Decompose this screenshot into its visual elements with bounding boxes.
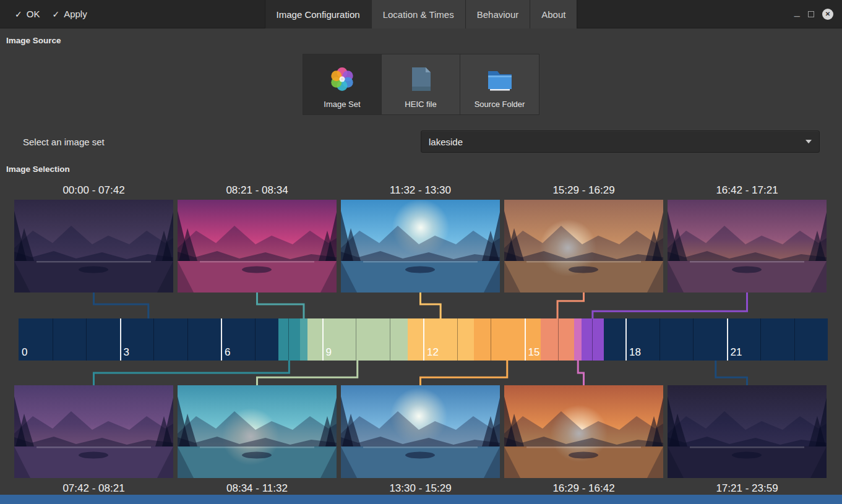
timeline-hour-label: 6 (225, 346, 230, 359)
scene-silhouette (178, 385, 337, 478)
timeline-hour-label: 9 (326, 346, 332, 359)
minimize-button[interactable]: – (794, 13, 800, 19)
apply-button-label: Apply (64, 9, 87, 19)
timeline-hour-label: 12 (427, 346, 439, 359)
timeline-connector (716, 361, 747, 385)
scene-silhouette (178, 200, 337, 293)
scene-silhouette (341, 200, 500, 293)
timeline-hour-label: 21 (731, 346, 742, 359)
wallpaper-thumbnail[interactable] (341, 385, 500, 478)
wallpaper-thumbnail[interactable] (178, 385, 337, 478)
timeline-connector (593, 293, 747, 318)
time-range-label: 17:21 - 23:59 (668, 482, 827, 495)
timeline-hour-line (187, 318, 188, 361)
titlebar: ✓ OK ✓ Apply Image Configuration Locatio… (0, 0, 842, 28)
wallpaper-thumbnail[interactable] (178, 200, 337, 293)
timeline[interactable]: 036912151821 (19, 318, 828, 361)
time-range-label: 00:00 - 07:42 (14, 184, 173, 197)
timeline-connector (94, 361, 290, 385)
timeline-connector (421, 361, 507, 385)
maximize-button[interactable] (808, 11, 814, 17)
top-connector-band (0, 293, 842, 318)
scene-silhouette (668, 200, 827, 293)
timeline-hour-line (53, 318, 53, 361)
timeline-connector (94, 293, 148, 318)
image-selection-title: Image Selection (6, 164, 842, 174)
timeline-hour-line (693, 318, 694, 361)
timeline-connector (557, 293, 583, 318)
source-type-group: Image Set HEIC file Source Folder (303, 54, 539, 115)
wallpaper-thumbnail[interactable] (504, 200, 663, 293)
timeline-hour-line (558, 318, 559, 361)
timeline-hour-line (491, 318, 491, 361)
apply-button[interactable]: ✓ Apply (52, 9, 87, 19)
timeline-hour-line (760, 318, 761, 361)
timeline-major-tick (120, 318, 121, 361)
timeline-hour-line (86, 318, 87, 361)
scene-silhouette (14, 385, 173, 478)
time-range-label: 11:32 - 13:30 (341, 184, 500, 197)
heic-file-icon (406, 64, 436, 94)
wallpaper-thumbnail[interactable] (668, 385, 827, 478)
timeline-connector (257, 293, 304, 318)
timeline-hour-label: 15 (528, 346, 540, 359)
tab-location-times[interactable]: Location & Times (372, 0, 466, 28)
timeline-connector (421, 293, 441, 318)
source-type-label: HEIC file (405, 100, 436, 109)
timeline-connector (578, 361, 583, 385)
timeline-hour-line (390, 318, 390, 361)
timeline-major-tick (423, 318, 424, 361)
scene-silhouette (504, 385, 663, 478)
time-range-label: 08:21 - 08:34 (178, 184, 337, 197)
close-button[interactable]: ✕ (822, 9, 833, 20)
source-type-label: Image Set (324, 100, 360, 109)
wallpaper-thumbnail[interactable] (14, 385, 173, 478)
timeline-hour-line (356, 318, 356, 361)
source-type-source-folder-button[interactable]: Source Folder (460, 54, 539, 114)
image-set-icon (327, 64, 357, 94)
top-time-labels: 00:00 - 07:42 08:21 - 08:34 11:32 - 13:3… (14, 184, 842, 197)
chevron-down-icon (805, 140, 812, 143)
timeline-hour-label: 3 (124, 346, 129, 359)
tab-behaviour[interactable]: Behaviour (466, 0, 531, 28)
ok-button[interactable]: ✓ OK (15, 9, 40, 19)
timeline-hour-line (457, 318, 458, 361)
scene-silhouette (668, 385, 827, 478)
timeline-major-tick (221, 318, 222, 361)
scene-silhouette (14, 200, 173, 293)
timeline-hour-label: 18 (629, 346, 641, 359)
check-icon: ✓ (15, 9, 22, 19)
time-range-label: 07:42 - 08:21 (14, 482, 173, 495)
timeline-major-tick (625, 318, 627, 361)
wallpaper-thumbnail[interactable] (341, 200, 500, 293)
source-type-label: Source Folder (475, 100, 525, 109)
timeline-major-tick (727, 318, 728, 361)
image-selection-area: 00:00 - 07:42 08:21 - 08:34 11:32 - 13:3… (0, 184, 842, 495)
timeline-hour-line (153, 318, 154, 361)
timeline-hour-line (592, 318, 593, 361)
image-source-title: Image Source (6, 36, 842, 46)
time-range-label: 16:29 - 16:42 (504, 482, 663, 495)
wallpaper-thumbnail[interactable] (668, 200, 827, 293)
time-range-label: 15:29 - 16:29 (504, 184, 663, 197)
source-type-image-set-button[interactable]: Image Set (303, 54, 382, 114)
time-range-label: 08:34 - 11:32 (178, 482, 337, 495)
timeline-connectors-bottom (0, 361, 842, 385)
timeline-major-tick (525, 318, 526, 361)
timeline-hour-line (255, 318, 256, 361)
wallpaper-thumbnail[interactable] (504, 385, 663, 478)
timeline-major-tick (322, 318, 324, 361)
timeline-hour-label: 0 (22, 346, 27, 359)
tab-image-configuration[interactable]: Image Configuration (265, 0, 372, 28)
tab-about[interactable]: About (530, 0, 577, 28)
wallpaper-thumbnail[interactable] (14, 200, 173, 293)
time-range-label: 16:42 - 17:21 (668, 184, 827, 197)
ok-button-label: OK (27, 9, 40, 19)
scene-silhouette (341, 385, 500, 478)
scene-silhouette (504, 200, 663, 293)
source-type-heic-file-button[interactable]: HEIC file (382, 54, 460, 114)
check-icon: ✓ (52, 9, 59, 19)
header-tab-group: Image Configuration Location & Times Beh… (265, 0, 578, 28)
image-set-combobox[interactable]: lakeside (421, 130, 820, 153)
source-folder-icon (485, 64, 515, 94)
